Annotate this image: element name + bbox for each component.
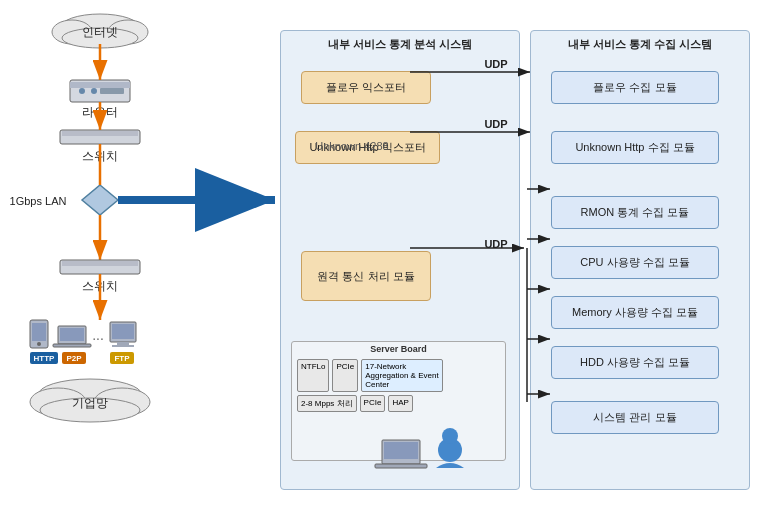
unknown-http-collector-box: Unknown Http 수집 모듈	[551, 131, 719, 164]
svg-rect-13	[60, 130, 140, 144]
svg-rect-31	[117, 342, 129, 345]
router-text: 라우터	[82, 105, 118, 119]
rmon-collector-label: RMON 통계 수집 모듈	[581, 206, 690, 218]
system-mgmt-label: 시스템 관리 모듈	[593, 411, 676, 423]
mini-box-pca1: PCIe	[332, 359, 358, 392]
middle-section: 내부 서비스 통계 분석 시스템 플로우 익스포터 Unknown Http 익…	[280, 30, 520, 490]
svg-rect-7	[70, 80, 130, 102]
svg-point-9	[79, 88, 85, 94]
switch-top-text: 스위치	[82, 149, 118, 163]
mini-box-2-8: 2-8 Mpps 처리	[297, 395, 357, 412]
svg-point-10	[91, 88, 97, 94]
svg-rect-29	[110, 322, 136, 342]
dots: ...	[92, 327, 104, 343]
svg-rect-20	[60, 260, 140, 274]
rmon-collector-box: RMON 통계 수집 모듈	[551, 196, 719, 229]
app-container: 내부 서비스 통계 분석 시스템 플로우 익스포터 Unknown Http 익…	[0, 0, 760, 522]
svg-rect-11	[100, 88, 124, 94]
svg-rect-8	[70, 82, 130, 88]
svg-rect-35	[110, 352, 134, 364]
svg-point-36	[38, 379, 142, 411]
svg-rect-27	[60, 328, 84, 341]
svg-rect-14	[62, 131, 138, 136]
unknown-http-exporter-box: Unknown Http 익스포터	[295, 131, 440, 164]
p2p-badge: P2P	[66, 354, 82, 363]
svg-rect-28	[53, 344, 91, 347]
cpu-collector-box: CPU 사용량 수집 모듈	[551, 246, 719, 279]
hdd-collector-box: HDD 사용량 수집 모듈	[551, 346, 719, 379]
svg-rect-33	[30, 352, 58, 364]
svg-marker-16	[82, 185, 118, 215]
server-board-label: Server Board	[292, 342, 505, 356]
svg-point-25	[37, 342, 41, 346]
system-mgmt-box: 시스템 관리 모듈	[551, 401, 719, 434]
svg-point-39	[40, 398, 140, 422]
svg-rect-21	[62, 261, 138, 266]
svg-point-3	[60, 14, 140, 42]
svg-point-5	[108, 20, 148, 44]
svg-point-4	[52, 20, 92, 44]
server-board-diagram: Server Board NTFLo PCIe 17-NetworkAggreg…	[291, 341, 506, 461]
svg-rect-30	[112, 324, 134, 339]
mini-box-pca2: PCIe	[360, 395, 386, 412]
hdd-collector-label: HDD 사용량 수집 모듈	[580, 356, 690, 368]
ftp-badge: FTP	[114, 354, 130, 363]
flow-exporter-box: 플로우 익스포터	[301, 71, 431, 104]
svg-rect-24	[32, 323, 46, 341]
flow-collector-box: 플로우 수집 모듈	[551, 71, 719, 104]
cpu-collector-label: CPU 사용량 수집 모듈	[580, 256, 689, 268]
svg-point-6	[62, 28, 138, 48]
svg-rect-34	[62, 352, 86, 364]
flow-exporter-label: 플로우 익스포터	[326, 81, 406, 93]
flow-collector-label: 플로우 수집 모듈	[593, 81, 676, 93]
right-section: 내부 서비스 통계 수집 시스템 플로우 수집 모듈 Unknown Http …	[530, 30, 750, 490]
svg-point-38	[94, 388, 150, 416]
http-badge: HTTP	[34, 354, 56, 363]
memory-collector-label: Memory 사용량 수집 모듈	[572, 306, 698, 318]
memory-collector-box: Memory 사용량 수집 모듈	[551, 296, 719, 329]
svg-point-37	[30, 388, 86, 416]
mini-box-aggr: 17-NetworkAggregation & EventCenter	[361, 359, 442, 392]
svg-rect-23	[30, 320, 48, 348]
unknown-http-collector-label: Unknown Http 수집 모듈	[575, 141, 694, 153]
middle-section-title: 내부 서비스 통계 분석 시스템	[281, 31, 519, 58]
corporate-net-text: 기업망	[72, 396, 108, 410]
remote-comm-box: 원격 통신 처리 모듈	[301, 251, 431, 301]
svg-rect-32	[112, 345, 134, 347]
internet-text: 인터넷	[82, 25, 118, 39]
svg-rect-26	[58, 326, 86, 344]
lan-label: 1Gbps LAN	[10, 195, 67, 207]
mini-box-ntflo: NTFLo	[297, 359, 329, 392]
mini-box-hap: HAP	[388, 395, 412, 412]
unknown-http-exporter-label: Unknown Http 익스포터	[309, 141, 425, 153]
remote-comm-label: 원격 통신 처리 모듈	[317, 269, 414, 284]
right-section-title: 내부 서비스 통계 수집 시스템	[531, 31, 749, 58]
switch-bottom-text: 스위치	[82, 279, 118, 293]
